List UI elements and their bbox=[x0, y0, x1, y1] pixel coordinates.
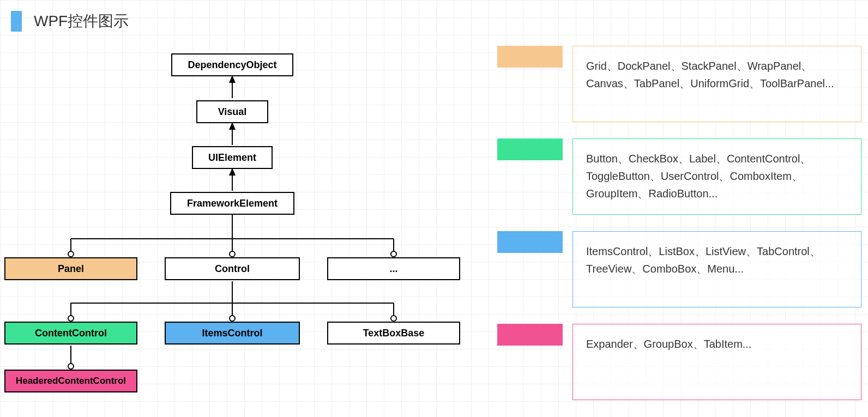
node-framework-element: FrameworkElement bbox=[170, 192, 294, 215]
legend-text-panel: Grid、DockPanel、StackPanel、WrapPanel、Canv… bbox=[586, 60, 834, 89]
node-content-control: ContentControl bbox=[4, 322, 137, 345]
node-control: Control bbox=[165, 257, 300, 280]
diagram-title-block: WPF控件图示 bbox=[11, 11, 129, 32]
node-textbox-base: TextBoxBase bbox=[327, 322, 460, 345]
legend-box-content-control: Button、CheckBox、Label、ContentControl、Tog… bbox=[572, 138, 861, 215]
legend-swatch-content-control bbox=[497, 138, 563, 160]
legend-swatch-items-control bbox=[497, 231, 563, 253]
legend-swatch-panel bbox=[497, 46, 563, 68]
node-dependency-object: DependencyObject bbox=[171, 53, 293, 76]
legend-text-headered-content-control: Expander、GroupBox、TabItem... bbox=[586, 338, 751, 350]
node-ellipsis: ... bbox=[327, 257, 460, 280]
legend-box-items-control: ItemsControl、ListBox、ListView、TabControl… bbox=[572, 231, 861, 307]
node-uielement: UIElement bbox=[192, 146, 273, 169]
legend-box-headered-content-control: Expander、GroupBox、TabItem... bbox=[572, 324, 861, 400]
diagram-title: WPF控件图示 bbox=[34, 11, 129, 32]
node-items-control: ItemsControl bbox=[165, 322, 300, 345]
legend-box-panel: Grid、DockPanel、StackPanel、WrapPanel、Canv… bbox=[572, 46, 861, 122]
legend-text-items-control: ItemsControl、ListBox、ListView、TabControl… bbox=[586, 245, 821, 275]
legend-swatch-headered-content-control bbox=[497, 324, 563, 346]
node-panel: Panel bbox=[4, 257, 137, 280]
legend-text-content-control: Button、CheckBox、Label、ContentControl、Tog… bbox=[586, 153, 811, 200]
node-visual: Visual bbox=[196, 100, 268, 123]
node-headered-content-control: HeaderedContentControl bbox=[4, 370, 137, 392]
title-accent-bar bbox=[11, 11, 22, 32]
